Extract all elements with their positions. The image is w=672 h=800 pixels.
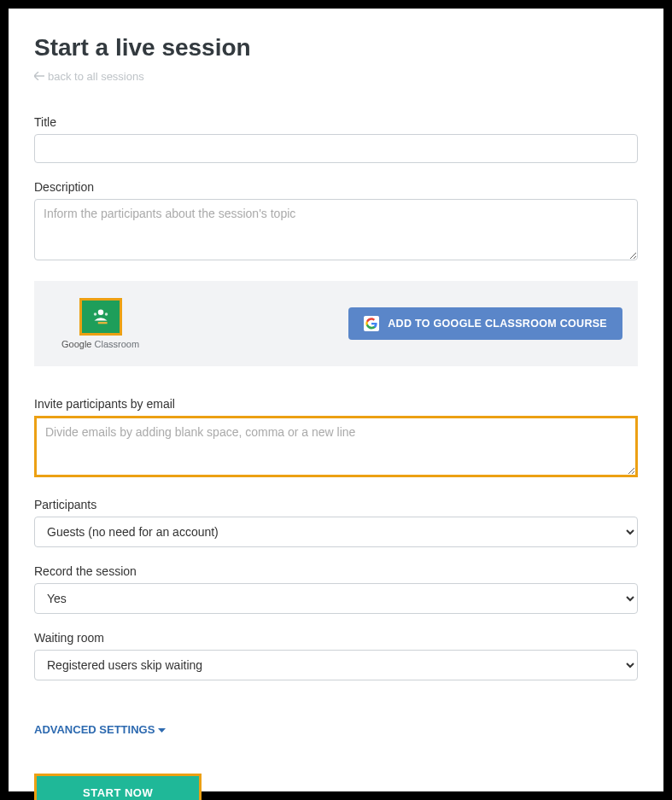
google-g-icon [364,316,379,331]
google-classroom-panel: Google Classroom ADD TO GOOGLE CLASSROOM… [34,281,638,366]
advanced-settings-label: ADVANCED SETTINGS [34,723,155,736]
svg-point-0 [97,310,103,316]
arrow-left-icon [34,70,44,83]
advanced-settings-link[interactable]: ADVANCED SETTINGS [34,723,166,736]
page-title: Start a live session [34,34,638,61]
svg-rect-3 [97,322,107,324]
svg-point-2 [104,312,107,315]
waiting-room-label: Waiting room [34,631,638,645]
description-textarea[interactable] [34,199,638,260]
caret-down-icon [158,723,166,736]
title-label: Title [34,115,638,129]
waiting-room-select[interactable]: Registered users skip waiting [34,650,638,680]
start-now-button[interactable]: START NOW [37,776,199,800]
back-to-sessions-link[interactable]: back to all sessions [34,70,144,83]
description-label: Description [34,180,638,194]
google-classroom-button-label: ADD TO GOOGLE CLASSROOM COURSE [388,318,607,330]
participants-select[interactable]: Guests (no need for an account) [34,517,638,547]
svg-point-1 [93,312,96,315]
record-label: Record the session [34,564,638,578]
participants-label: Participants [34,498,638,511]
back-link-label: back to all sessions [48,70,144,83]
record-select[interactable]: Yes [34,583,638,614]
google-classroom-caption: Google Classroom [61,339,139,349]
title-input[interactable] [34,134,638,163]
invite-emails-textarea[interactable] [34,416,638,477]
add-to-google-classroom-button[interactable]: ADD TO GOOGLE CLASSROOM COURSE [348,307,622,340]
google-classroom-icon [79,298,122,336]
invite-label: Invite participants by email [34,397,638,411]
